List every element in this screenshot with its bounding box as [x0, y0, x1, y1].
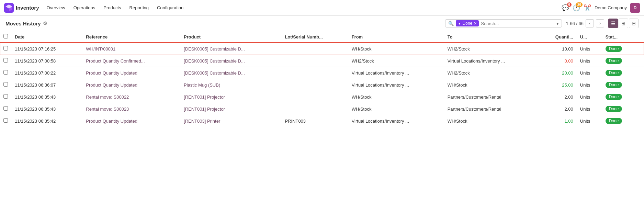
row-reference[interactable]: Rental move: S00022 [82, 91, 180, 103]
row-from: WH/Stock [348, 103, 444, 115]
alerts-button[interactable]: 🕐 26 [573, 4, 580, 12]
moves-table: Date Reference Product Lot/Serial Numb..… [0, 31, 644, 127]
filter-tag-done[interactable]: ▼ Done ✕ [456, 20, 479, 26]
col-to[interactable]: To [444, 31, 540, 43]
nav-products[interactable]: Products [100, 3, 124, 12]
row-quantity: 20.00 [540, 67, 577, 79]
row-to: WH2/Stock [444, 43, 540, 55]
row-lot [281, 43, 348, 55]
pagination-next[interactable]: › [596, 19, 604, 27]
row-status: Done [602, 79, 637, 91]
messages-button[interactable]: 💬 6 [562, 4, 569, 12]
pagination-prev[interactable]: ‹ [586, 19, 594, 27]
search-icon: 🔍 [448, 21, 454, 26]
row-reference[interactable]: Product Quantity Updated [82, 115, 180, 127]
row-menu [637, 103, 644, 115]
row-to: Partners/Customers/Rental [444, 91, 540, 103]
row-unit: Units [577, 91, 602, 103]
row-checkbox[interactable] [3, 118, 8, 123]
row-product[interactable]: [RENT003] Printer [180, 115, 281, 127]
col-reference[interactable]: Reference [82, 31, 180, 43]
row-status: Done [602, 103, 637, 115]
row-menu [637, 67, 644, 79]
row-quantity: 25.00 [540, 79, 577, 91]
row-date: 11/15/2023 06:35:43 [11, 103, 82, 115]
row-checkbox-col[interactable] [0, 79, 11, 91]
nav-overview[interactable]: Overview [43, 3, 69, 12]
row-menu [637, 115, 644, 127]
col-product[interactable]: Product [180, 31, 281, 43]
col-from[interactable]: From [348, 31, 444, 43]
row-reference[interactable]: WH/INT/00001 [82, 43, 180, 55]
row-menu [637, 43, 644, 55]
row-to: WH2/Stock [444, 67, 540, 79]
row-product[interactable]: [RENT001] Projector [180, 91, 281, 103]
table-row: 11/16/2023 07:00:22 Product Quantity Upd… [0, 67, 644, 79]
tools-icon[interactable]: ✂️ [584, 4, 591, 12]
row-date: 11/16/2023 07:00:22 [11, 67, 82, 79]
row-reference[interactable]: Product Quantity Updated [82, 79, 180, 91]
row-unit: Units [577, 55, 602, 67]
row-from: WH/Stock [348, 43, 444, 55]
row-product[interactable]: [DESK0005] Customizable D... [180, 43, 281, 55]
row-checkbox[interactable] [3, 70, 8, 75]
col-status[interactable]: Stat... [602, 31, 637, 43]
row-quantity: 10.00 [540, 43, 577, 55]
row-reference[interactable]: Product Quantity Updated [82, 67, 180, 79]
filter-remove-button[interactable]: ✕ [474, 21, 477, 26]
row-from: WH/Stock [348, 91, 444, 103]
row-checkbox-col[interactable] [0, 43, 11, 55]
settings-icon[interactable]: ⚙ [43, 21, 47, 26]
avatar[interactable]: D [630, 3, 640, 13]
row-menu [637, 55, 644, 67]
col-lot[interactable]: Lot/Serial Numb... [281, 31, 348, 43]
row-reference[interactable]: Product Quantity Confirmed... [82, 55, 180, 67]
company-name[interactable]: Demo Company [595, 5, 627, 10]
row-product[interactable]: [RENT001] Projector [180, 103, 281, 115]
col-quantity[interactable]: Quanti... [540, 31, 577, 43]
row-checkbox-col[interactable] [0, 67, 11, 79]
row-date: 11/16/2023 07:16:25 [11, 43, 82, 55]
search-dropdown-button[interactable]: ▾ [556, 21, 559, 26]
select-all-checkbox[interactable] [3, 34, 8, 38]
row-status: Done [602, 67, 637, 79]
row-product[interactable]: [DESK0005] Customizable D... [180, 55, 281, 67]
table-header-row: Date Reference Product Lot/Serial Numb..… [0, 31, 644, 43]
nav-operations[interactable]: Operations [70, 3, 99, 12]
col-date[interactable]: Date [11, 31, 82, 43]
table-row: 11/15/2023 06:36:07 Product Quantity Upd… [0, 79, 644, 91]
search-input[interactable] [481, 21, 554, 26]
view-list-button[interactable]: ☰ [608, 19, 618, 28]
top-right-controls: 💬 6 🕐 26 ✂️ Demo Company D [562, 3, 640, 13]
row-unit: Units [577, 79, 602, 91]
row-product[interactable]: [DESK0005] Customizable D... [180, 67, 281, 79]
nav-configuration[interactable]: Configuration [154, 3, 187, 12]
row-checkbox-col[interactable] [0, 115, 11, 127]
row-to: WH/Stock [444, 79, 540, 91]
row-checkbox-col[interactable] [0, 55, 11, 67]
row-checkbox-col[interactable] [0, 103, 11, 115]
col-unit[interactable]: U... [577, 31, 602, 43]
row-lot [281, 91, 348, 103]
row-product[interactable]: Plastic Mug (SUB) [180, 79, 281, 91]
row-reference[interactable]: Rental move: S00023 [82, 103, 180, 115]
nav-reporting[interactable]: Reporting [126, 3, 152, 12]
view-kanban-button[interactable]: ⊞ [619, 19, 628, 28]
row-quantity: 2.00 [540, 91, 577, 103]
row-from: Virtual Locations/Inventory ... [348, 79, 444, 91]
row-lot [281, 79, 348, 91]
select-all-checkbox-col[interactable] [0, 31, 11, 43]
row-checkbox[interactable] [3, 106, 8, 111]
view-grid-button[interactable]: ⊟ [629, 19, 639, 28]
row-unit: Units [577, 67, 602, 79]
row-checkbox[interactable] [3, 82, 8, 87]
row-quantity: 0.00 [540, 55, 577, 67]
row-checkbox-col[interactable] [0, 91, 11, 103]
subheader: Moves History ⚙ 🔍 ▼ Done ✕ ▾ 1-66 / 66 ‹… [0, 16, 644, 31]
row-checkbox[interactable] [3, 46, 8, 51]
row-checkbox[interactable] [3, 94, 8, 99]
brand[interactable]: Inventory [4, 3, 39, 13]
row-status: Done [602, 91, 637, 103]
table-row: 11/15/2023 06:35:42 Product Quantity Upd… [0, 115, 644, 127]
row-checkbox[interactable] [3, 58, 8, 63]
